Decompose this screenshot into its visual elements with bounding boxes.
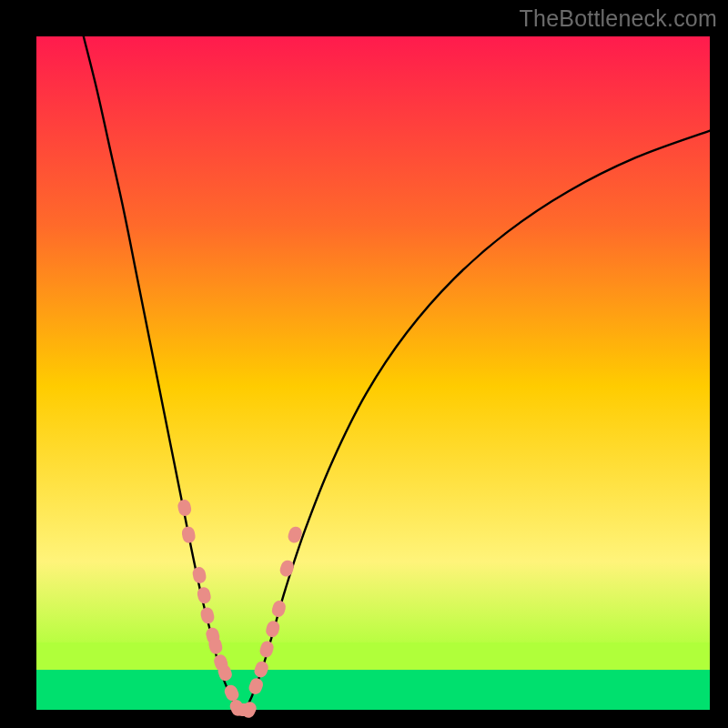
marker-right-markers bbox=[265, 620, 281, 639]
marker-right-markers bbox=[270, 599, 287, 618]
marker-left-markers bbox=[181, 525, 197, 543]
watermark-text: TheBottleneck.com bbox=[520, 5, 717, 32]
marker-left-markers bbox=[196, 586, 212, 605]
marker-right-markers bbox=[258, 640, 276, 659]
marker-left-markers bbox=[199, 606, 216, 625]
chart-frame: TheBottleneck.com bbox=[0, 0, 728, 728]
curve-left-arm bbox=[84, 36, 238, 710]
plot-area bbox=[36, 36, 710, 710]
marker-right-markers bbox=[248, 676, 265, 696]
marker-right-markers bbox=[240, 700, 259, 720]
marker-left-markers bbox=[191, 566, 207, 585]
curve-right-arm bbox=[245, 131, 710, 710]
marker-right-markers bbox=[252, 660, 269, 680]
marker-left-markers bbox=[177, 499, 192, 517]
marker-right-markers bbox=[278, 559, 296, 578]
curve-layer bbox=[36, 36, 710, 710]
